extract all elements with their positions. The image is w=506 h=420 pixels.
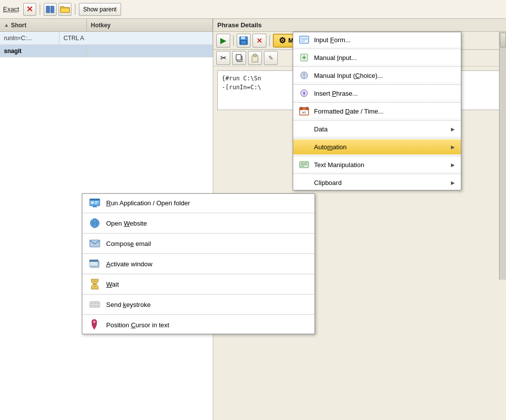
auto-sep-6 xyxy=(82,314,315,315)
hotkey-cell-2 xyxy=(87,45,213,57)
svg-rect-7 xyxy=(241,41,246,44)
short-cell-1: runIn=C:... xyxy=(0,32,60,44)
svg-text:13: 13 xyxy=(303,108,306,111)
svg-text:MO: MO xyxy=(302,111,306,114)
automation-icon xyxy=(299,142,309,152)
compose-email-icon xyxy=(89,238,100,249)
manual-input-label: Manual Input... xyxy=(314,54,455,61)
table-row[interactable]: runIn=C:... CTRL A xyxy=(0,32,213,45)
svg-point-59 xyxy=(93,321,96,323)
menu-item-data[interactable]: Data ▶ xyxy=(293,121,461,137)
menu-item-text-manipulation[interactable]: Text Manipulation ▶ xyxy=(293,157,461,173)
auto-sep-5 xyxy=(82,294,315,295)
formatted-date-label: Formatted Date / Time... xyxy=(314,108,455,115)
clipboard-arrow: ▶ xyxy=(451,180,455,185)
svg-rect-53 xyxy=(94,302,96,304)
scrollbar-thumb[interactable] xyxy=(500,33,506,48)
auto-sep-2 xyxy=(82,233,315,234)
open-website-label: Open Website xyxy=(106,220,308,227)
automation-item-email[interactable]: Compose email xyxy=(82,235,315,252)
phrase-delete-btn[interactable]: ✕ xyxy=(253,34,266,48)
list-header: ▲ Short Hotkey xyxy=(0,19,213,32)
svg-rect-0 xyxy=(46,6,50,13)
svg-rect-55 xyxy=(91,305,93,306)
app-window: Exact ✕ Show parent ▲ Short xyxy=(0,0,506,420)
short-col-header[interactable]: ▲ Short xyxy=(0,19,87,31)
phrase-toolbar-sep-1 xyxy=(233,35,234,46)
cut-btn[interactable]: ✂ xyxy=(216,51,230,65)
svg-rect-57 xyxy=(97,305,99,306)
menu-item-input-form[interactable]: Input Form... xyxy=(293,32,461,48)
automation-item-website[interactable]: Open Website xyxy=(82,214,315,232)
delete-toolbar-btn[interactable]: ✕ xyxy=(23,3,36,16)
menu-sep-6 xyxy=(293,138,461,138)
exact-label: Exact xyxy=(3,5,19,13)
folder-btn[interactable] xyxy=(59,3,71,16)
svg-rect-1 xyxy=(51,6,54,13)
main-toolbar: Exact ✕ Show parent xyxy=(0,0,506,19)
automation-item-wait[interactable]: Wait xyxy=(82,275,315,293)
svg-rect-13 xyxy=(236,55,241,60)
text-manipulation-arrow: ▶ xyxy=(451,162,455,168)
svg-rect-3 xyxy=(61,8,69,12)
text-manipulation-icon xyxy=(299,160,309,170)
menu-item-clipboard[interactable]: Clipboard ▶ xyxy=(293,175,461,190)
play-btn[interactable]: ▶ xyxy=(216,34,230,48)
short-cell-2: snagit xyxy=(0,45,87,57)
position-cursor-icon xyxy=(89,319,100,330)
menu-item-formatted-date[interactable]: 13 MO Formatted Date / Time... xyxy=(293,104,461,119)
automation-label: Automation xyxy=(314,143,446,151)
auto-sep-1 xyxy=(82,213,315,213)
short-col-label: Short xyxy=(11,22,26,29)
phrase-toolbar-sep-2 xyxy=(269,35,270,46)
svg-rect-40 xyxy=(95,201,99,202)
menu-item-insert-phrase[interactable]: Insert Phrase... xyxy=(293,86,461,101)
macro-dropdown-menu: Input Form... Manual Input... xyxy=(293,32,461,190)
menu-sep-7 xyxy=(293,156,461,156)
menu-sep-3 xyxy=(293,84,461,85)
copy-btn[interactable] xyxy=(232,51,246,65)
hotkey-cell-1: CTRL A xyxy=(60,32,213,44)
book-btn[interactable] xyxy=(44,3,57,16)
hotkey-col-label: Hotkey xyxy=(91,22,111,29)
auto-sep-3 xyxy=(82,253,315,254)
manual-input-choice-icon xyxy=(299,70,309,80)
table-row-selected[interactable]: snagit xyxy=(0,45,213,58)
automation-item-activate[interactable]: Activate window xyxy=(82,255,315,273)
svg-point-25 xyxy=(304,76,305,77)
svg-rect-47 xyxy=(90,240,100,247)
phrase-details-title: Phrase Details xyxy=(213,19,506,32)
menu-item-manual-input-choice[interactable]: Manual Input (Choice)... xyxy=(293,68,461,83)
menu-sep-1 xyxy=(293,49,461,49)
activate-window-label: Activate window xyxy=(106,260,308,268)
automation-arrow: ▶ xyxy=(451,144,455,150)
macro-icon: ⚙ xyxy=(279,36,286,45)
scrollbar[interactable] xyxy=(499,32,506,280)
automation-item-keystroke[interactable]: Send keystroke xyxy=(82,296,315,313)
paste-btn[interactable] xyxy=(248,51,262,65)
svg-rect-5 xyxy=(241,37,245,39)
svg-rect-52 xyxy=(91,302,93,304)
clipboard-icon xyxy=(299,178,309,187)
menu-sep-4 xyxy=(293,102,461,103)
another-btn[interactable]: ✎ xyxy=(264,51,278,65)
menu-item-automation[interactable]: Automation ▶ xyxy=(293,139,461,155)
wait-icon xyxy=(89,279,100,290)
input-form-icon xyxy=(299,35,309,45)
menu-item-manual-input[interactable]: Manual Input... xyxy=(293,50,461,65)
phrase-save-btn[interactable] xyxy=(237,34,251,48)
show-parent-button[interactable]: Show parent xyxy=(79,3,121,16)
automation-item-cursor[interactable]: Position Cursor in text xyxy=(82,316,315,334)
sort-arrow: ▲ xyxy=(4,22,9,28)
svg-rect-41 xyxy=(95,203,97,204)
toolbar-sep-1 xyxy=(40,4,40,15)
hotkey-col-header[interactable]: Hotkey xyxy=(87,19,213,31)
automation-item-run[interactable]: Run Application / Open folder xyxy=(82,194,315,212)
svg-rect-54 xyxy=(97,302,99,304)
auto-sep-4 xyxy=(82,274,315,274)
automation-submenu: Run Application / Open folder Open Websi… xyxy=(82,193,315,334)
data-arrow: ▶ xyxy=(451,126,455,132)
svg-rect-15 xyxy=(253,54,256,57)
activate-window-icon xyxy=(89,258,100,269)
run-app-icon xyxy=(89,197,100,208)
